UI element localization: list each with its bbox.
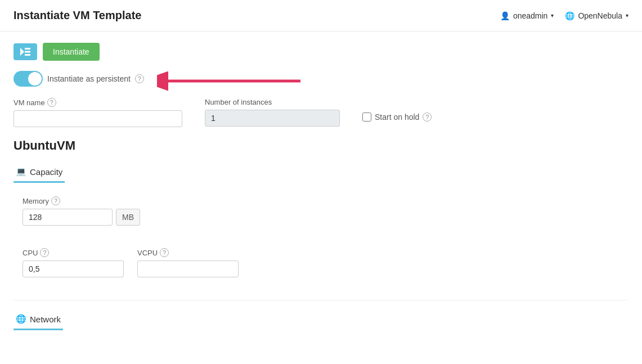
toggle-container: Instantiate as persistent ?	[14, 71, 628, 87]
memory-label: Memory ?	[23, 196, 619, 205]
vm-form-row: VM name ? Number of instances Start on h…	[14, 98, 628, 127]
persistent-toggle[interactable]	[14, 71, 43, 87]
vm-name-group: VM name ?	[14, 98, 182, 127]
vcpu-input[interactable]	[137, 260, 239, 277]
vcpu-group: VCPU ?	[137, 248, 239, 277]
back-icon	[20, 48, 30, 56]
persistent-toggle-row: Instantiate as persistent ?	[14, 71, 628, 87]
cpu-label: CPU ?	[23, 248, 124, 257]
cpu-help-icon: ?	[40, 248, 49, 257]
svg-rect-0	[25, 48, 30, 50]
vcpu-label: VCPU ?	[137, 248, 239, 257]
memory-unit: MB	[116, 209, 140, 226]
start-on-hold-checkbox[interactable]	[362, 113, 371, 122]
page-title: Instantiate VM Template	[14, 9, 141, 22]
memory-help-icon: ?	[51, 196, 60, 205]
cpu-input[interactable]	[23, 260, 124, 277]
memory-input[interactable]	[23, 209, 113, 226]
cloud-menu[interactable]: 🌐 OpenNebula ▾	[565, 11, 628, 20]
toolbar: Instantiate	[14, 43, 628, 61]
memory-input-row: MB	[23, 209, 619, 226]
persistent-toggle-label: Instantiate as persistent	[47, 74, 131, 83]
persistent-help-icon: ?	[135, 74, 144, 83]
vcpu-help-icon: ?	[160, 248, 169, 257]
header: Instantiate VM Template 👤 oneadmin ▾ 🌐 O…	[0, 0, 642, 32]
network-section: 🌐 Network	[14, 300, 628, 330]
cloud-chevron: ▾	[626, 12, 628, 19]
vm-name-label: VM name ?	[14, 98, 182, 107]
capacity-icon: 💻	[16, 167, 26, 177]
main-content: Instantiate Instantiate as persistent ?	[0, 32, 642, 341]
cloud-name: OpenNebula	[578, 11, 622, 20]
svg-marker-3	[20, 48, 24, 56]
cpu-vcpu-row: CPU ? VCPU ?	[23, 248, 619, 277]
start-on-hold-label: Start on hold	[375, 113, 419, 122]
capacity-tab[interactable]: 💻 Capacity	[14, 162, 65, 183]
instances-group: Number of instances	[205, 98, 340, 127]
user-name: oneadmin	[513, 11, 548, 20]
user-chevron: ▾	[551, 12, 554, 19]
cpu-group: CPU ?	[23, 248, 124, 277]
network-tab[interactable]: 🌐 Network	[14, 309, 63, 330]
vm-title: UbuntuVM	[14, 138, 628, 153]
memory-group: Memory ? MB	[23, 196, 619, 237]
start-on-hold-group: Start on hold ?	[362, 98, 432, 122]
vm-name-help-icon: ?	[47, 98, 56, 107]
instantiate-button[interactable]: Instantiate	[43, 43, 100, 61]
header-right: 👤 oneadmin ▾ 🌐 OpenNebula ▾	[500, 11, 628, 20]
svg-rect-1	[25, 51, 30, 53]
network-label: Network	[30, 314, 61, 324]
instances-label: Number of instances	[205, 98, 340, 106]
start-on-hold-help-icon: ?	[423, 113, 432, 122]
network-icon: 🌐	[16, 314, 26, 324]
toggle-knob	[28, 72, 42, 86]
user-menu[interactable]: 👤 oneadmin ▾	[500, 11, 554, 20]
cloud-icon: 🌐	[565, 11, 574, 20]
svg-rect-2	[25, 54, 30, 56]
back-button[interactable]	[14, 43, 37, 60]
capacity-section: Memory ? MB CPU ? VCPU ?	[14, 196, 628, 277]
user-icon: 👤	[500, 11, 510, 20]
vm-name-input[interactable]	[14, 110, 182, 127]
capacity-label: Capacity	[30, 167, 62, 177]
instances-input[interactable]	[205, 110, 340, 127]
